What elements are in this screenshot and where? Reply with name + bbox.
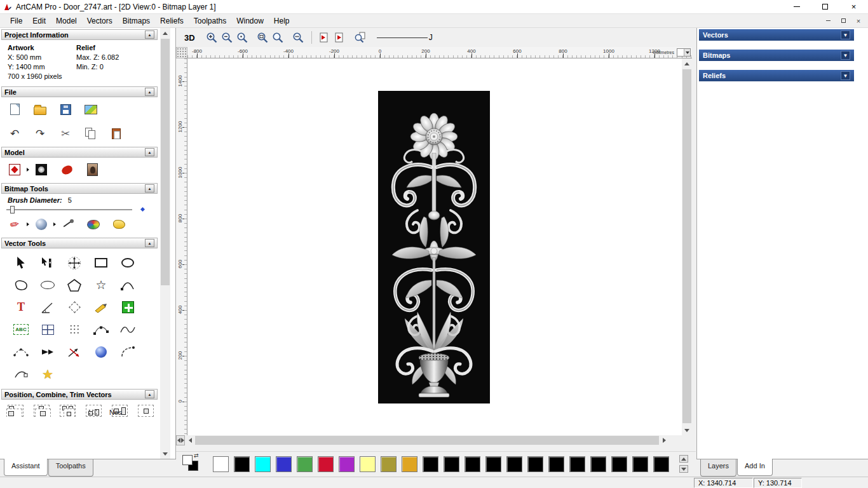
palette-swatch-3[interactable] (276, 456, 292, 472)
palette-swatch-4[interactable] (297, 456, 313, 472)
menu-bitmaps[interactable]: Bitmaps (118, 15, 155, 27)
palette-swatch-2[interactable] (255, 456, 271, 472)
load-bitmap-button[interactable] (84, 161, 100, 178)
palette-scroll-up-button[interactable] (679, 455, 688, 463)
scroll-down-button[interactable] (160, 449, 170, 459)
wrap-star-button[interactable]: ★ (34, 363, 61, 385)
mdi-close-button[interactable]: × (853, 16, 864, 25)
brush-diameter-slider[interactable] (0, 204, 159, 212)
zoom-rectangle-icon[interactable] (255, 30, 270, 44)
save-model-button[interactable] (57, 101, 74, 118)
flyout-arrow-icon[interactable] (27, 168, 29, 172)
zoom-objects-icon[interactable] (291, 30, 306, 44)
scrollbar-thumb[interactable] (195, 436, 659, 445)
palette-swatch-12[interactable] (465, 456, 480, 472)
nesting-button[interactable]: Nes (109, 409, 122, 416)
palette-swatch-9[interactable] (402, 456, 417, 472)
create-text-button[interactable]: T (8, 296, 34, 318)
panel-splitter-button[interactable] (176, 435, 185, 445)
combine-vectors-button[interactable] (6, 409, 22, 417)
assistant-scrollbar[interactable] (160, 28, 170, 459)
print-preview-icon[interactable] (353, 30, 367, 44)
paint-brush-button[interactable]: ✏ (5, 215, 24, 234)
colour-blend-button[interactable] (33, 216, 50, 233)
colour-palette-button[interactable] (85, 216, 102, 233)
section-collapse-button[interactable]: ▲ (145, 390, 154, 398)
section-collapse-button[interactable]: ▲ (145, 184, 154, 193)
create-star-button[interactable]: ☆ (88, 274, 114, 296)
close-button[interactable]: × (839, 0, 868, 13)
palette-swatch-10[interactable] (423, 456, 438, 472)
menu-edit[interactable]: Edit (27, 15, 51, 27)
fit-curve-button[interactable] (114, 318, 141, 341)
pick-colour-button[interactable] (60, 216, 76, 233)
section-collapse-button[interactable]: ▲ (145, 30, 154, 39)
menu-reliefs[interactable]: Reliefs (155, 15, 189, 27)
menu-window[interactable]: Window (231, 15, 269, 27)
menu-file[interactable]: File (5, 15, 27, 27)
weld-vectors-button[interactable] (35, 409, 51, 417)
view-3d-button[interactable]: 3D (181, 32, 198, 43)
section-collapse-button[interactable]: ▲ (145, 239, 154, 247)
tab-toolpaths[interactable]: Toolpaths (48, 459, 93, 477)
foreground-colour-chip[interactable] (182, 455, 193, 465)
adjust-model-button[interactable] (33, 161, 50, 178)
interpolate-sphere-button[interactable] (88, 341, 114, 363)
create-circle-button[interactable] (114, 252, 141, 274)
scrollbar-thumb[interactable] (682, 69, 691, 423)
tab-add-in[interactable]: Add In (737, 459, 773, 476)
palette-swatch-17[interactable] (569, 456, 585, 472)
chevron-down-icon[interactable]: ▼ (841, 30, 850, 39)
palette-swatch-5[interactable] (318, 456, 334, 472)
minimize-button[interactable] (782, 0, 811, 13)
guidelines-button[interactable] (34, 318, 61, 341)
chevron-down-icon[interactable]: ▼ (841, 71, 850, 80)
zoom-1to1-icon[interactable] (235, 30, 250, 44)
swap-colours-icon[interactable]: ⇄ (194, 452, 199, 459)
trim-vectors-button[interactable] (61, 341, 88, 363)
scroll-left-button[interactable] (185, 435, 195, 445)
scroll-down-button[interactable] (682, 425, 692, 435)
text-on-curve-button[interactable]: ABC (8, 318, 34, 341)
slider-handle[interactable] (10, 206, 15, 214)
palette-swatch-1[interactable] (234, 456, 250, 472)
menu-vectors[interactable]: Vectors (82, 15, 118, 27)
new-model-button[interactable] (6, 101, 23, 118)
palette-swatch-6[interactable] (339, 456, 355, 472)
palette-scroll-down-button[interactable] (679, 465, 688, 473)
paste-button[interactable] (108, 125, 125, 142)
next-view-icon[interactable] (332, 30, 347, 44)
scroll-right-button[interactable] (659, 435, 669, 445)
measure-tool-button[interactable] (34, 296, 61, 318)
line-width-slider[interactable]: J (377, 33, 433, 42)
flyout-arrow-icon[interactable] (27, 222, 29, 226)
section-collapse-button[interactable]: ▲ (145, 148, 154, 156)
relief-tool-button[interactable] (58, 161, 75, 178)
node-editing-button[interactable] (34, 252, 61, 274)
scroll-up-button[interactable] (682, 58, 692, 69)
flyout-arrow-icon[interactable] (53, 222, 56, 226)
tab-layers[interactable]: Layers (700, 459, 736, 477)
select-vectors-button[interactable] (8, 252, 34, 274)
palette-swatch-16[interactable] (548, 456, 564, 472)
chevron-down-icon[interactable]: ▼ (841, 51, 850, 60)
palette-swatch-18[interactable] (590, 456, 606, 472)
undo-button[interactable]: ↶ (6, 125, 23, 142)
palette-swatch-19[interactable] (611, 456, 627, 472)
panel-header-vectors[interactable]: Vectors▼ (699, 29, 854, 41)
scrollbar-thumb[interactable] (161, 39, 170, 285)
palette-swatch-14[interactable] (506, 456, 522, 472)
palette-swatch-8[interactable] (381, 456, 397, 472)
maximize-button[interactable] (811, 0, 839, 13)
transform-vectors-button[interactable] (61, 252, 88, 274)
scatter-points-button[interactable] (88, 409, 97, 416)
foreground-background-colours[interactable]: ⇄ (182, 455, 201, 473)
canvas-vertical-scrollbar[interactable] (682, 58, 692, 435)
import-image-button[interactable] (83, 101, 99, 118)
palette-swatch-13[interactable] (485, 456, 501, 472)
join-vectors-button[interactable] (8, 363, 34, 385)
cut-button[interactable]: ✂ (57, 125, 74, 142)
menu-help[interactable]: Help (269, 15, 295, 27)
menu-model[interactable]: Model (51, 15, 82, 27)
create-arc-button[interactable] (114, 274, 141, 296)
